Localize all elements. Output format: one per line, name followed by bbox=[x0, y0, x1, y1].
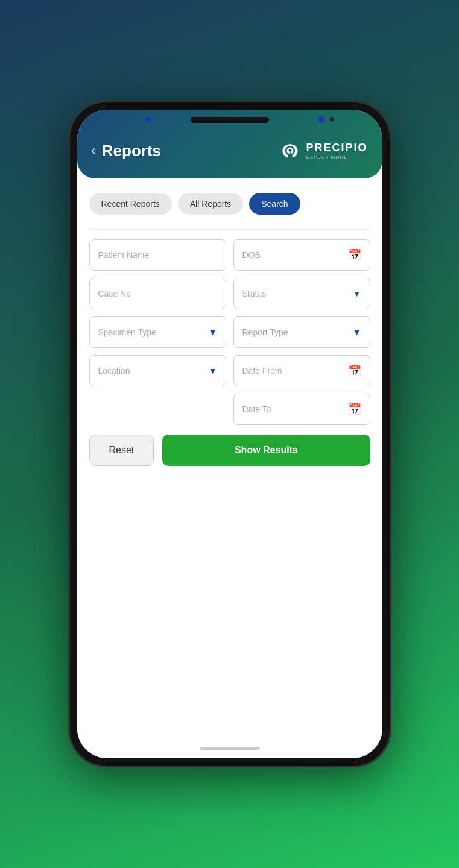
bottom-bar bbox=[77, 743, 382, 758]
location-field[interactable]: Location ▼ bbox=[89, 355, 226, 386]
phone-frame: ‹ Reports PRECIPIO EXPECT MORE Recent Re… bbox=[70, 102, 390, 766]
date-from-field[interactable]: Date From 📅 bbox=[233, 355, 370, 386]
notch-pill bbox=[191, 117, 269, 123]
notch-dot bbox=[329, 117, 334, 122]
logo-container: PRECIPIO EXPECT MORE bbox=[279, 140, 367, 162]
date-to-field[interactable]: Date To 📅 bbox=[233, 394, 370, 425]
patient-name-label: Patient Name bbox=[98, 250, 150, 260]
report-type-field[interactable]: Report Type ▼ bbox=[233, 316, 370, 348]
date-to-calendar-icon: 📅 bbox=[348, 403, 361, 416]
tab-row: Recent Reports All Reports Search bbox=[89, 193, 370, 215]
date-from-calendar-icon: 📅 bbox=[348, 364, 361, 377]
status-label: Status bbox=[242, 289, 267, 298]
camera-left-icon bbox=[145, 116, 152, 123]
status-dropdown-icon: ▼ bbox=[353, 289, 361, 298]
action-row: Reset Show Results bbox=[89, 435, 370, 466]
location-label: Location bbox=[98, 366, 130, 376]
phone-screen: ‹ Reports PRECIPIO EXPECT MORE Recent Re… bbox=[77, 110, 382, 758]
case-no-field[interactable]: Case No bbox=[89, 278, 226, 309]
date-from-label: Date From bbox=[242, 366, 282, 376]
tab-recent-reports[interactable]: Recent Reports bbox=[89, 193, 172, 215]
logo-text: PRECIPIO EXPECT MORE bbox=[306, 142, 367, 160]
report-type-label: Report Type bbox=[242, 327, 288, 337]
tab-all-reports[interactable]: All Reports bbox=[178, 193, 243, 215]
back-button[interactable]: ‹ bbox=[92, 143, 96, 159]
location-dropdown-icon: ▼ bbox=[209, 366, 217, 376]
case-no-label: Case No bbox=[98, 289, 131, 298]
divider bbox=[89, 229, 370, 230]
specimen-type-dropdown-icon: ▼ bbox=[209, 327, 217, 337]
specimen-type-field[interactable]: Specimen Type ▼ bbox=[89, 316, 226, 348]
logo-tagline: EXPECT MORE bbox=[306, 154, 347, 160]
dob-field[interactable]: DOB 📅 bbox=[233, 239, 370, 271]
content-area: Recent Reports All Reports Search Patien… bbox=[77, 178, 382, 743]
search-form: Patient Name DOB 📅 Case No Status ▼ bbox=[89, 239, 370, 425]
header-left: ‹ Reports bbox=[92, 142, 162, 160]
specimen-type-label: Specimen Type bbox=[98, 327, 156, 337]
precipio-logo-icon bbox=[279, 140, 301, 162]
show-results-button[interactable]: Show Results bbox=[162, 435, 370, 466]
page-title: Reports bbox=[102, 142, 161, 160]
patient-name-field[interactable]: Patient Name bbox=[89, 239, 226, 271]
notch-bar bbox=[77, 110, 382, 131]
dob-calendar-icon: 📅 bbox=[348, 248, 361, 262]
report-type-dropdown-icon: ▼ bbox=[353, 327, 361, 337]
dob-label: DOB bbox=[242, 250, 261, 260]
date-to-label: Date To bbox=[242, 404, 271, 414]
reset-button[interactable]: Reset bbox=[89, 435, 154, 466]
tab-search[interactable]: Search bbox=[249, 193, 300, 215]
logo-name: PRECIPIO bbox=[306, 142, 367, 154]
home-indicator bbox=[200, 747, 260, 750]
status-field[interactable]: Status ▼ bbox=[233, 278, 370, 309]
camera-right-icon bbox=[318, 116, 325, 123]
